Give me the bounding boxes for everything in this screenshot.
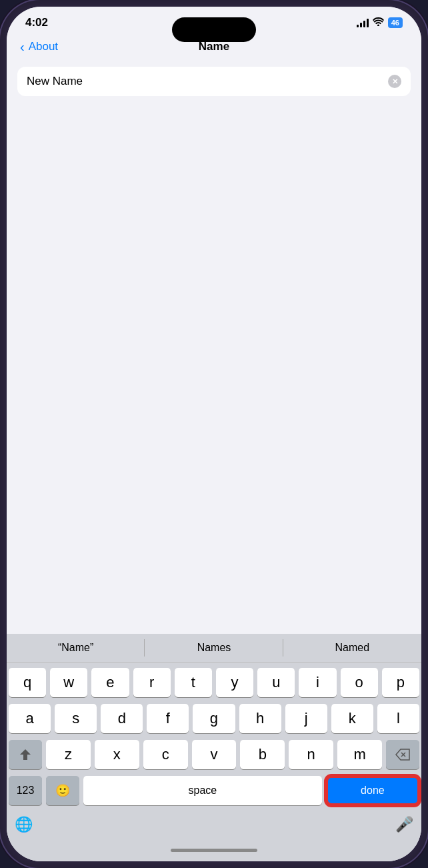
key-h[interactable]: h — [239, 704, 281, 733]
dynamic-island — [172, 17, 256, 42]
key-g[interactable]: g — [193, 704, 235, 733]
key-i[interactable]: i — [299, 668, 336, 697]
key-e[interactable]: e — [91, 668, 129, 697]
battery-icon: 46 — [388, 17, 403, 28]
keyboard: q w e r t y u i o p a s d f g — [7, 663, 421, 813]
key-l[interactable]: l — [377, 704, 419, 733]
done-key[interactable]: done — [326, 776, 419, 805]
home-bar — [171, 849, 257, 852]
battery-level: 46 — [391, 19, 399, 27]
status-time: 4:02 — [25, 16, 48, 29]
key-k[interactable]: k — [331, 704, 373, 733]
predictive-item-1[interactable]: Names — [145, 639, 283, 657]
screen: 4:02 46 — [7, 7, 421, 861]
number-key[interactable]: 123 — [9, 776, 42, 805]
status-icons: 46 — [357, 17, 403, 28]
key-u[interactable]: u — [257, 668, 295, 697]
predictive-bar: “Name” Names Named — [7, 634, 421, 663]
space-key[interactable]: space — [83, 776, 322, 805]
name-input[interactable] — [27, 75, 381, 88]
clear-button[interactable]: ✕ — [388, 75, 401, 88]
shift-key[interactable] — [9, 740, 42, 769]
key-w[interactable]: w — [50, 668, 87, 697]
key-f[interactable]: f — [147, 704, 189, 733]
key-c[interactable]: c — [143, 740, 188, 769]
key-s[interactable]: s — [55, 704, 97, 733]
key-n[interactable]: n — [289, 740, 333, 769]
key-r[interactable]: r — [133, 668, 171, 697]
microphone-icon[interactable]: 🎤 — [395, 816, 413, 833]
keyboard-area: “Name” Names Named q w e r t y u i o p — [7, 634, 421, 861]
key-t[interactable]: t — [175, 668, 212, 697]
key-x[interactable]: x — [95, 740, 139, 769]
globe-icon[interactable]: 🌐 — [15, 816, 33, 833]
phone-frame: 4:02 46 — [0, 0, 428, 868]
clear-icon: ✕ — [392, 78, 398, 85]
key-d[interactable]: d — [101, 704, 143, 733]
key-a[interactable]: a — [9, 704, 51, 733]
key-y[interactable]: y — [216, 668, 253, 697]
emoji-key[interactable]: 🙂 — [46, 776, 79, 805]
key-v[interactable]: v — [192, 740, 237, 769]
page-title: Name — [199, 40, 229, 53]
backspace-key[interactable] — [386, 740, 419, 769]
signal-icon — [357, 18, 369, 27]
key-row-4: 123 🙂 space done — [9, 776, 419, 805]
input-container: ✕ — [17, 67, 411, 96]
key-z[interactable]: z — [46, 740, 91, 769]
back-label: About — [29, 40, 58, 53]
key-o[interactable]: o — [341, 668, 378, 697]
back-arrow-icon: ‹ — [20, 39, 25, 55]
key-j[interactable]: j — [285, 704, 327, 733]
key-row-1: q w e r t y u i o p — [9, 668, 419, 697]
key-p[interactable]: p — [382, 668, 419, 697]
key-row-3: z x c v b n m — [9, 740, 419, 769]
content-area: ✕ — [7, 59, 421, 634]
key-row-2: a s d f g h j k l — [9, 704, 419, 733]
predictive-item-2[interactable]: Named — [283, 639, 421, 657]
predictive-item-0[interactable]: “Name” — [7, 639, 145, 657]
key-q[interactable]: q — [9, 668, 46, 697]
keyboard-bottom-row: 🌐 🎤 — [7, 813, 421, 839]
key-b[interactable]: b — [240, 740, 285, 769]
key-m[interactable]: m — [337, 740, 382, 769]
back-button[interactable]: ‹ About — [20, 39, 58, 55]
wifi-icon — [373, 17, 384, 28]
home-indicator — [7, 839, 421, 861]
